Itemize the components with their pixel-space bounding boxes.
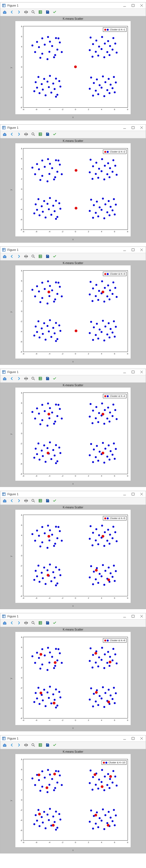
save-button[interactable] [44, 253, 51, 260]
configure-button[interactable] [37, 498, 44, 504]
titlebar[interactable]: Figure 1 [0, 491, 146, 497]
configure-button[interactable] [37, 131, 44, 138]
data-point [46, 547, 48, 549]
data-point [34, 784, 36, 786]
home-button[interactable] [1, 620, 8, 626]
forward-button[interactable] [16, 620, 22, 626]
figure-canvas[interactable]: K-means ScatterxyCluster & K=1-8-6-4-202… [0, 16, 146, 120]
pan-button[interactable] [23, 253, 29, 260]
close-button[interactable] [137, 613, 146, 619]
back-button[interactable] [8, 9, 15, 16]
back-button[interactable] [8, 375, 15, 382]
check-button[interactable] [51, 375, 58, 382]
configure-button[interactable] [37, 742, 44, 749]
home-button[interactable] [1, 131, 8, 138]
centroid-point [94, 814, 97, 816]
maximize-button[interactable] [129, 2, 137, 8]
configure-button[interactable] [37, 375, 44, 382]
close-button[interactable] [137, 2, 146, 8]
close-button[interactable] [137, 491, 146, 497]
forward-button[interactable] [16, 742, 22, 749]
save-button[interactable] [44, 498, 51, 504]
forward-button[interactable] [16, 498, 22, 504]
close-button[interactable] [137, 125, 146, 131]
titlebar[interactable]: Figure 1 [0, 2, 146, 9]
check-button[interactable] [51, 253, 58, 260]
figure-canvas[interactable]: K-means ScatterxyCluster & K=10-8-6-4-20… [0, 749, 146, 853]
figure-canvas[interactable]: K-means ScatterxyCluster & K=5-8-6-4-202… [0, 505, 146, 609]
pan-button[interactable] [23, 498, 29, 504]
minimize-button[interactable] [120, 247, 129, 253]
figure-canvas[interactable]: K-means ScatterxyCluster & K=3-8-6-4-202… [0, 260, 146, 365]
check-button[interactable] [51, 742, 58, 749]
minimize-button[interactable] [120, 2, 129, 8]
pan-icon [24, 254, 28, 259]
configure-button[interactable] [37, 9, 44, 16]
save-button[interactable] [44, 131, 51, 138]
check-button[interactable] [51, 131, 58, 138]
zoom-button[interactable] [30, 131, 36, 138]
save-button[interactable] [44, 620, 51, 626]
back-button[interactable] [8, 253, 15, 260]
titlebar[interactable]: Figure 1 [0, 736, 146, 742]
maximize-button[interactable] [129, 736, 137, 741]
save-button[interactable] [44, 375, 51, 382]
maximize-button[interactable] [129, 491, 137, 497]
zoom-button[interactable] [30, 742, 36, 749]
check-button[interactable] [51, 620, 58, 626]
back-button[interactable] [8, 498, 15, 504]
figure-canvas[interactable]: K-means ScatterxyCluster & K=2-8-6-4-202… [0, 138, 146, 242]
home-button[interactable] [1, 498, 8, 504]
maximize-button[interactable] [129, 125, 137, 131]
zoom-button[interactable] [30, 9, 36, 16]
pan-button[interactable] [23, 620, 29, 626]
pan-button[interactable] [23, 9, 29, 16]
zoom-icon [31, 499, 35, 503]
figure-canvas[interactable]: K-means ScatterxyCluster & K=8-8-6-4-202… [0, 627, 146, 731]
figure-canvas[interactable]: K-means ScatterxyCluster & K=4-8-6-4-202… [0, 383, 146, 487]
titlebar[interactable]: Figure 1 [0, 125, 146, 131]
close-button[interactable] [137, 247, 146, 253]
minimize-button[interactable] [120, 736, 129, 741]
minimize-button[interactable] [120, 369, 129, 375]
data-point [114, 775, 116, 777]
minimize-button[interactable] [120, 491, 129, 497]
configure-button[interactable] [37, 253, 44, 260]
forward-button[interactable] [16, 131, 22, 138]
back-button[interactable] [8, 620, 15, 626]
titlebar[interactable]: Figure 1 [0, 369, 146, 375]
save-button[interactable] [44, 9, 51, 16]
pan-button[interactable] [23, 375, 29, 382]
zoom-button[interactable] [30, 620, 36, 626]
home-button[interactable] [1, 742, 8, 749]
configure-button[interactable] [37, 620, 44, 626]
maximize-button[interactable] [129, 613, 137, 619]
forward-button[interactable] [16, 375, 22, 382]
home-button[interactable] [1, 375, 8, 382]
zoom-button[interactable] [30, 375, 36, 382]
maximize-button[interactable] [129, 247, 137, 253]
minimize-button[interactable] [120, 125, 129, 131]
forward-button[interactable] [16, 253, 22, 260]
close-button[interactable] [137, 736, 146, 741]
check-button[interactable] [51, 498, 58, 504]
pan-button[interactable] [23, 742, 29, 749]
save-button[interactable] [44, 742, 51, 749]
pan-button[interactable] [23, 131, 29, 138]
pan-icon [24, 621, 28, 625]
maximize-button[interactable] [129, 369, 137, 375]
zoom-button[interactable] [30, 253, 36, 260]
forward-button[interactable] [16, 9, 22, 16]
data-point [107, 773, 109, 775]
back-button[interactable] [8, 131, 15, 138]
titlebar[interactable]: Figure 1 [0, 613, 146, 620]
data-point [108, 421, 110, 423]
home-button[interactable] [1, 253, 8, 260]
zoom-button[interactable] [30, 498, 36, 504]
close-button[interactable] [137, 369, 146, 375]
titlebar[interactable]: Figure 1 [0, 247, 146, 253]
minimize-button[interactable] [120, 613, 129, 619]
home-button[interactable] [1, 9, 8, 16]
check-button[interactable] [51, 9, 58, 16]
back-button[interactable] [8, 742, 15, 749]
